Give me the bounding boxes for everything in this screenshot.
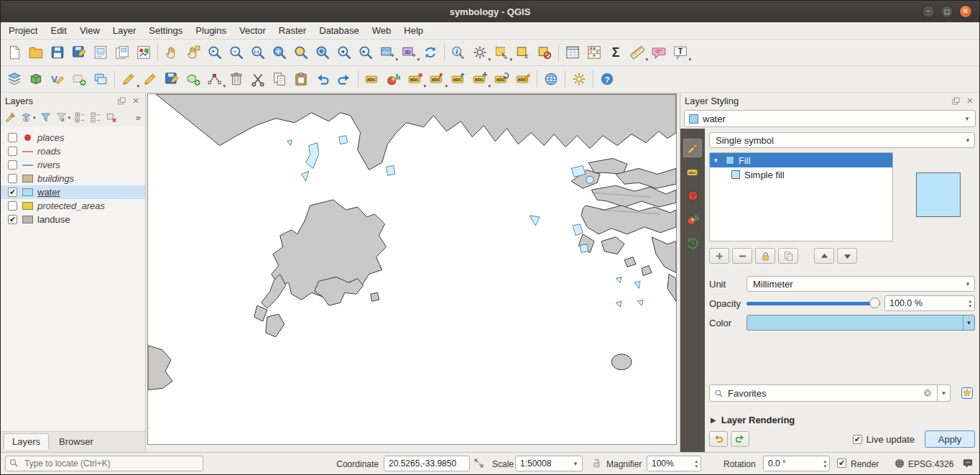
styling-layer-combo[interactable]: water ▾ xyxy=(684,110,976,127)
copy-features-button[interactable] xyxy=(269,68,290,90)
redo-button[interactable] xyxy=(333,68,355,90)
map-tips-button[interactable] xyxy=(648,42,670,63)
maximize-button[interactable]: ◻ xyxy=(940,5,953,18)
styling-tab-diagrams[interactable] xyxy=(683,210,702,229)
save-project-button[interactable] xyxy=(47,42,68,63)
live-update-checkbox[interactable]: ✔ xyxy=(853,435,862,444)
remove-layer-button[interactable] xyxy=(105,111,119,125)
current-edits-button[interactable]: ▾ xyxy=(118,68,139,90)
new-geopackage-layer-button[interactable] xyxy=(25,68,47,90)
paste-features-button[interactable] xyxy=(290,68,312,90)
run-feature-action-button[interactable]: ▾ xyxy=(469,42,491,63)
filter-by-expression-button[interactable]: ε▾ xyxy=(55,111,72,125)
tab-browser[interactable]: Browser xyxy=(50,433,102,450)
field-calculator-button[interactable] xyxy=(583,42,605,63)
layer-item-landuse[interactable]: ✔landuse xyxy=(1,213,145,226)
new-project-button[interactable] xyxy=(4,42,25,63)
move-symbol-down-button[interactable] xyxy=(837,248,857,264)
vertex-tool-button[interactable]: ▾ xyxy=(204,68,226,90)
float-panel-icon[interactable] xyxy=(951,96,961,106)
new-print-layout-button[interactable] xyxy=(90,42,111,63)
new-3d-map-view-button[interactable]: 3D▾ xyxy=(398,42,420,63)
manage-map-themes-button[interactable]: ▾ xyxy=(19,111,37,125)
open-project-button[interactable] xyxy=(25,42,47,63)
deselect-features-button[interactable] xyxy=(534,42,555,63)
symbols-filter[interactable]: Favorites xyxy=(709,384,938,402)
menu-database[interactable]: Database xyxy=(313,23,366,38)
crs-value[interactable]: EPSG:4326 xyxy=(908,459,953,469)
panel-overflow-button[interactable]: » xyxy=(136,112,142,123)
style-manager-button[interactable] xyxy=(133,42,154,63)
unit-combo[interactable]: Millimeter ▾ xyxy=(746,276,975,292)
layer-checkbox[interactable] xyxy=(8,201,17,211)
color-button[interactable]: ▾ xyxy=(746,315,975,331)
live-update-option[interactable]: ✔ Live update xyxy=(853,434,915,445)
help-contents-button[interactable]: ? xyxy=(596,68,618,90)
measure-line-button[interactable]: ▾ xyxy=(627,42,648,63)
chevron-down-icon[interactable]: ▾ xyxy=(963,315,974,330)
locator-bar[interactable] xyxy=(5,456,203,471)
coordinate-box[interactable]: 20.5265,-33.9850 xyxy=(384,456,470,471)
menu-project[interactable]: Project xyxy=(2,23,44,38)
layer-checkbox[interactable]: ✔ xyxy=(8,188,17,197)
spinner-arrows-icon[interactable]: ▴▾ xyxy=(967,298,973,308)
menu-view[interactable]: View xyxy=(73,23,106,38)
symbols-filter-dropdown[interactable]: ▾ xyxy=(938,384,951,402)
zoom-to-layer-button[interactable] xyxy=(312,42,333,63)
expander-icon[interactable]: ▾ xyxy=(714,157,721,164)
lock-scale-icon[interactable] xyxy=(591,458,602,469)
new-shapefile-layer-button[interactable]: V xyxy=(47,68,68,90)
delete-selected-button[interactable] xyxy=(226,68,247,90)
redo-style-button[interactable] xyxy=(731,431,749,447)
remove-symbol-layer-button[interactable] xyxy=(732,248,752,264)
styling-tab-labels[interactable]: abc xyxy=(683,162,702,181)
highlight-pinned-labels-button[interactable]: abc xyxy=(448,68,469,90)
layer-rendering-section[interactable]: ▶ Layer Rendering xyxy=(709,415,975,425)
slider-handle[interactable] xyxy=(869,298,880,308)
open-data-source-manager-button[interactable] xyxy=(4,68,25,90)
menu-settings[interactable]: Settings xyxy=(142,23,189,38)
new-temporary-scratch-layer-button[interactable] xyxy=(68,68,90,90)
duplicate-symbol-layer-button[interactable] xyxy=(778,248,798,264)
rotation-spinbox[interactable]: 0.0 ° ▴▾ xyxy=(763,456,830,471)
zoom-last-button[interactable]: ◂ xyxy=(333,42,355,63)
layer-checkbox[interactable] xyxy=(8,174,17,183)
layer-checkbox[interactable] xyxy=(8,147,17,156)
layer-diagram-options-button[interactable] xyxy=(383,68,405,90)
clear-icon[interactable] xyxy=(923,388,933,398)
spinner-arrows-icon[interactable]: ▴▾ xyxy=(822,458,828,469)
opacity-slider[interactable] xyxy=(746,296,880,310)
locator-input[interactable] xyxy=(5,456,203,471)
tab-layers[interactable]: Layers xyxy=(4,433,49,450)
refresh-map-button[interactable] xyxy=(420,42,441,63)
layer-checkbox[interactable] xyxy=(8,133,17,142)
crs-globe-icon[interactable] xyxy=(894,458,905,469)
close-button[interactable]: ✕ xyxy=(959,5,972,18)
styling-tab-view-3d[interactable] xyxy=(683,186,702,205)
zoom-next-button[interactable]: ▸ xyxy=(355,42,376,63)
menu-layer[interactable]: Layer xyxy=(106,23,143,38)
expand-all-button[interactable] xyxy=(73,111,87,125)
layer-item-roads[interactable]: roads xyxy=(1,144,145,158)
minimize-button[interactable]: − xyxy=(922,5,935,18)
layer-checkbox[interactable]: ✔ xyxy=(8,215,17,224)
extent-toggle-icon[interactable] xyxy=(473,458,484,469)
render-checkbox[interactable]: ✔ xyxy=(837,458,846,468)
opacity-spinbox[interactable]: 100.0 % ▴▾ xyxy=(884,295,975,311)
cut-features-button[interactable] xyxy=(247,68,269,90)
filter-legend-button[interactable] xyxy=(39,111,52,125)
layer-checkbox[interactable] xyxy=(8,160,17,170)
rotate-label-button[interactable]: abc xyxy=(491,68,512,90)
show-layout-manager-button[interactable] xyxy=(111,42,133,63)
zoom-out-button[interactable]: − xyxy=(226,42,247,63)
open-attribute-table-button[interactable] xyxy=(562,42,583,63)
magnifier-spinbox[interactable]: 100% ▴▾ xyxy=(647,456,701,471)
undo-style-button[interactable] xyxy=(709,431,728,447)
move-label-button[interactable]: abc▾ xyxy=(469,68,491,90)
lock-symbol-layer-button[interactable] xyxy=(755,248,775,264)
layer-item-rivers[interactable]: rivers xyxy=(1,158,145,172)
style-manager-icon[interactable] xyxy=(959,385,975,401)
zoom-native-button[interactable]: 1:1 xyxy=(247,42,269,63)
styling-tab-symbology[interactable] xyxy=(683,139,702,157)
spinner-arrows-icon[interactable]: ▴▾ xyxy=(693,458,699,469)
